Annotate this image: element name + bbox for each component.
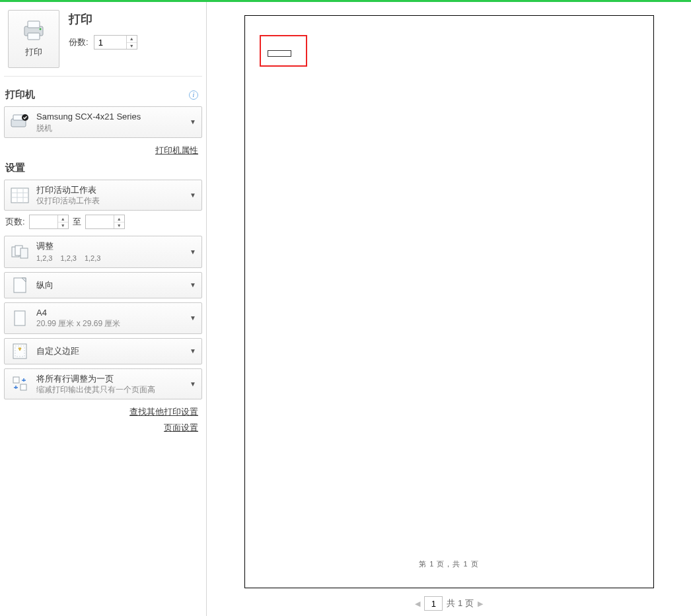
svg-rect-2 — [28, 33, 40, 40]
print-header-row: 打印 打印 份数: ▲ ▼ — [4, 6, 202, 77]
next-page-icon[interactable]: ▶ — [478, 599, 483, 608]
collate-primary: 调整 — [36, 240, 183, 252]
printer-selector[interactable]: Samsung SCX-4x21 Series 脱机 ▼ — [4, 106, 202, 138]
printer-section-title: 打印机 — [5, 88, 35, 101]
chevron-down-icon: ▼ — [190, 281, 196, 289]
spinner-arrows: ▲ ▼ — [114, 215, 124, 228]
current-page-input[interactable] — [424, 596, 443, 611]
collate-sequence: 1,2,3 1,2,3 1,2,3 — [36, 254, 183, 263]
total-pages-label: 共 1 页 — [447, 598, 473, 609]
printer-properties-link[interactable]: 打印机属性 — [155, 145, 198, 155]
printer-selector-text: Samsung SCX-4x21 Series 脱机 — [36, 111, 183, 133]
fit-rows-icon — [10, 375, 30, 392]
spinner-arrows: ▲ ▼ — [126, 36, 137, 49]
what-to-print-primary: 打印活动工作表 — [36, 184, 183, 196]
page-setup-link[interactable]: 页面设置 — [164, 423, 198, 432]
scaling-primary: 将所有行调整为一页 — [36, 373, 183, 385]
spinner-arrows: ▲ ▼ — [57, 215, 68, 228]
svg-rect-17 — [15, 311, 25, 325]
printer-icon — [22, 20, 46, 41]
margins-selector[interactable]: 自定义边距 ▼ — [4, 338, 202, 364]
paper-primary: A4 — [36, 307, 183, 319]
margins-primary: 自定义边距 — [36, 345, 183, 357]
svg-point-3 — [40, 28, 42, 30]
pages-label: 页数: — [5, 216, 25, 228]
printer-status-icon — [10, 114, 30, 131]
collate-text: 调整 1,2,3 1,2,3 1,2,3 — [36, 240, 183, 263]
paper-icon — [10, 310, 30, 327]
page-navigator: ◀ 共 1 页 ▶ — [415, 596, 482, 611]
pages-from-input[interactable] — [30, 215, 57, 228]
portrait-icon — [10, 277, 30, 294]
collate-selector[interactable]: 调整 1,2,3 1,2,3 1,2,3 ▼ — [4, 236, 202, 267]
printer-properties-row: 打印机属性 — [4, 142, 202, 156]
print-preview-area: 第 1 页，共 1 页 ◀ 共 1 页 ▶ — [206, 2, 691, 616]
printer-status: 脱机 — [36, 123, 183, 133]
pages-range-row: 页数: ▲ ▼ 至 ▲ ▼ — [5, 215, 202, 229]
print-backstage: 打印 打印 份数: ▲ ▼ 打印机 i — [0, 0, 691, 616]
collate-seq-1: 1,2,3 — [36, 254, 52, 263]
pages-to-label: 至 — [73, 216, 81, 228]
pages-to-spinner[interactable]: ▲ ▼ — [85, 215, 125, 229]
copies-spinner[interactable]: ▲ ▼ — [94, 35, 137, 50]
collate-icon — [10, 244, 30, 260]
spinner-down-icon[interactable]: ▼ — [114, 222, 124, 229]
print-header-right: 打印 份数: ▲ ▼ — [69, 10, 137, 50]
paper-secondary: 20.99 厘米 x 29.69 厘米 — [36, 318, 183, 329]
other-print-settings-link[interactable]: 查找其他打印设置 — [129, 407, 198, 417]
chevron-down-icon: ▼ — [190, 347, 196, 355]
preview-cell — [268, 50, 291, 57]
info-icon[interactable]: i — [189, 90, 198, 100]
copies-input[interactable] — [94, 36, 126, 49]
page-setup-row: 页面设置 — [4, 419, 202, 434]
scaling-text: 将所有行调整为一页 缩减打印输出使其只有一个页面高 — [36, 373, 183, 395]
orientation-selector[interactable]: 纵向 ▼ — [4, 272, 202, 298]
svg-rect-14 — [20, 248, 28, 258]
copies-label: 份数: — [69, 36, 89, 48]
spinner-up-icon[interactable]: ▲ — [127, 36, 137, 43]
svg-rect-1 — [28, 21, 40, 28]
scaling-secondary: 缩减打印输出使其只有一个页面高 — [36, 384, 183, 395]
print-sidebar: 打印 打印 份数: ▲ ▼ 打印机 i — [0, 2, 206, 616]
spinner-up-icon[interactable]: ▲ — [58, 215, 68, 222]
margins-icon — [10, 343, 30, 360]
print-title: 打印 — [69, 11, 137, 27]
chevron-down-icon: ▼ — [190, 191, 196, 199]
page-preview: 第 1 页，共 1 页 — [244, 15, 654, 588]
other-settings-row: 查找其他打印设置 — [4, 403, 202, 418]
print-button[interactable]: 打印 — [8, 10, 59, 68]
what-to-print-text: 打印活动工作表 仅打印活动工作表 — [36, 184, 183, 207]
worksheet-icon — [10, 188, 30, 203]
spinner-down-icon[interactable]: ▼ — [58, 222, 68, 229]
scaling-selector[interactable]: 将所有行调整为一页 缩减打印输出使其只有一个页面高 ▼ — [4, 368, 202, 400]
pages-from-spinner[interactable]: ▲ ▼ — [29, 215, 69, 229]
spinner-up-icon[interactable]: ▲ — [114, 215, 124, 222]
margins-text: 自定义边距 — [36, 345, 183, 357]
copies-row: 份数: ▲ ▼ — [69, 35, 137, 50]
svg-rect-21 — [13, 377, 19, 383]
collate-seq-2: 1,2,3 — [60, 254, 76, 263]
print-button-label: 打印 — [25, 46, 42, 58]
pages-to-input[interactable] — [86, 215, 114, 228]
prev-page-icon[interactable]: ◀ — [415, 599, 420, 608]
preview-footer-text: 第 1 页，共 1 页 — [245, 559, 653, 569]
orientation-text: 纵向 — [36, 279, 183, 291]
orientation-primary: 纵向 — [36, 279, 183, 291]
chevron-down-icon: ▼ — [190, 314, 196, 322]
what-to-print-selector[interactable]: 打印活动工作表 仅打印活动工作表 ▼ — [4, 180, 202, 211]
printer-section-header: 打印机 i — [4, 83, 202, 106]
collate-seq-3: 1,2,3 — [85, 254, 100, 263]
svg-rect-22 — [20, 384, 26, 390]
svg-rect-7 — [11, 188, 28, 203]
spinner-down-icon[interactable]: ▼ — [127, 43, 137, 50]
printer-name: Samsung SCX-4x21 Series — [36, 111, 183, 123]
chevron-down-icon: ▼ — [190, 380, 196, 388]
settings-section-title: 设置 — [5, 162, 202, 174]
paper-size-selector[interactable]: A4 20.99 厘米 x 29.69 厘米 ▼ — [4, 302, 202, 334]
what-to-print-secondary: 仅打印活动工作表 — [36, 195, 183, 206]
chevron-down-icon: ▼ — [190, 248, 196, 256]
chevron-down-icon: ▼ — [190, 118, 196, 125]
paper-size-text: A4 20.99 厘米 x 29.69 厘米 — [36, 307, 183, 329]
